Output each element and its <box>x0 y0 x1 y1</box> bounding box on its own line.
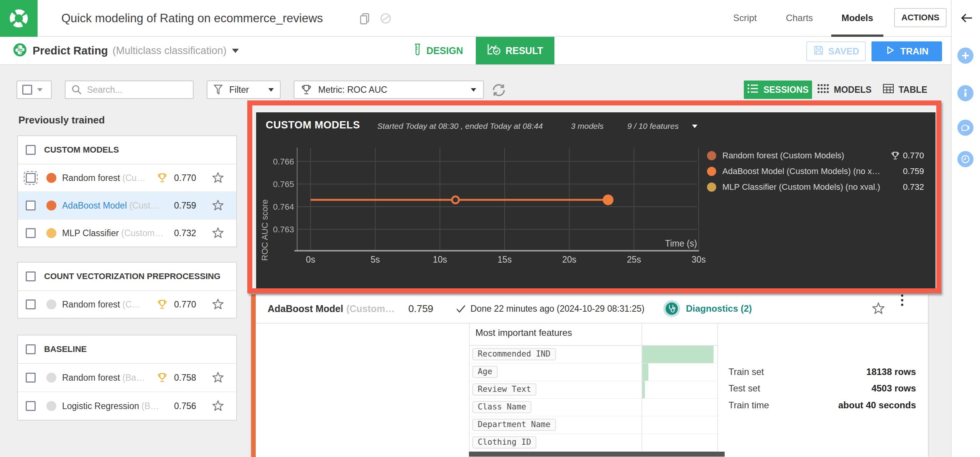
info-button[interactable] <box>957 85 973 101</box>
feature-row[interactable]: Class Name <box>469 399 717 416</box>
group-checkbox[interactable] <box>26 344 36 354</box>
view-sessions-button[interactable]: SESSIONS <box>744 81 812 99</box>
collapse-arrow-icon[interactable] <box>960 11 974 27</box>
stethoscope-icon[interactable] <box>663 294 681 323</box>
history-button[interactable] <box>957 151 973 167</box>
status-dot <box>46 401 56 411</box>
model-score: 0.758 <box>174 373 196 383</box>
star-icon[interactable] <box>212 227 224 239</box>
view-table-button[interactable]: TABLE <box>882 81 928 99</box>
model-row-random-forest-baseline[interactable]: Random forest (Ba… 0.758 <box>18 364 236 392</box>
column-divider <box>717 324 718 457</box>
metric-dropdown[interactable]: Metric: ROC AUC <box>294 81 484 99</box>
filter-label: Filter <box>229 85 249 95</box>
model-row-random-forest-countvec[interactable]: Random forest (C… 0.770 <box>18 291 236 318</box>
model-row-logistic-regression[interactable]: Logistic Regression (B… 0.756 <box>18 392 236 420</box>
legend-row-mlp[interactable]: MLP Classifier (Custom Models) (no xval.… <box>707 179 924 195</box>
group-checkbox[interactable] <box>26 145 36 155</box>
model-name: Logistic Regression <box>62 401 139 411</box>
row-checkbox[interactable] <box>26 373 36 383</box>
stat-train-set: Train set 18138 rows <box>728 365 916 378</box>
refresh-button[interactable] <box>491 82 507 100</box>
model-name: MLP Classifier <box>62 228 119 238</box>
row-checkbox[interactable] <box>26 299 36 309</box>
x-axis-label: Time (s) <box>665 238 697 248</box>
nav-tab-script[interactable]: Script <box>727 0 763 36</box>
trophy-icon <box>157 173 168 183</box>
feature-row[interactable]: Review Text <box>469 381 717 399</box>
select-all-checkbox[interactable] <box>22 85 32 95</box>
group-header: CUSTOM MODELS <box>18 136 236 164</box>
svg-text:0.765: 0.765 <box>273 179 294 189</box>
search-input[interactable]: Search... <box>65 81 194 99</box>
model-suffix: (Cu… <box>122 173 145 183</box>
model-name: Random forest <box>62 173 120 183</box>
model-score: 0.732 <box>174 228 196 238</box>
sessions-label: SESSIONS <box>763 85 809 95</box>
funnel-icon <box>213 84 223 95</box>
model-group-custom-models: CUSTOM MODELS Random forest (Cu… 0.770 A… <box>17 135 237 247</box>
star-icon[interactable] <box>872 294 885 323</box>
saved-button[interactable]: SAVED <box>806 41 866 61</box>
view-models-button[interactable]: MODELS <box>816 81 873 99</box>
kebab-menu-icon[interactable] <box>901 294 903 323</box>
star-icon[interactable] <box>212 400 224 412</box>
model-selector[interactable]: Predict Rating (Multiclass classificatio… <box>13 37 239 64</box>
star-icon[interactable] <box>212 299 224 311</box>
star-icon[interactable] <box>212 172 224 184</box>
chat-button[interactable] <box>957 120 973 136</box>
model-suffix: (Cust… <box>129 201 159 210</box>
table-icon <box>883 84 894 96</box>
legend-row-adaboost[interactable]: AdaBoost Model (Custom Models) (no x… 0.… <box>707 163 924 179</box>
legend-dot <box>707 182 716 192</box>
model-suffix: (C… <box>122 299 140 309</box>
diagnostics-link[interactable]: Diagnostics (2) <box>686 294 752 323</box>
star-icon[interactable] <box>212 372 224 384</box>
row-checkbox[interactable] <box>26 228 36 238</box>
dataiku-logo-icon[interactable] <box>0 0 38 37</box>
tab-design[interactable]: DESIGN <box>413 37 463 64</box>
model-row-random-forest-custom[interactable]: Random forest (Cu… 0.770 <box>18 164 236 192</box>
nav-tab-models[interactable]: Models <box>838 0 876 36</box>
star-icon[interactable] <box>212 200 224 212</box>
train-button[interactable]: TRAIN <box>871 41 942 61</box>
feature-pill: Age <box>472 366 498 378</box>
model-score: 0.770 <box>174 173 196 183</box>
detail-panel: AdaBoost Model (Custom… 0.759 Done 22 mi… <box>251 294 928 457</box>
feature-row[interactable]: Recommended IND <box>469 346 717 363</box>
feature-row[interactable]: Age <box>469 363 717 381</box>
session-panel: CUSTOM MODELS Started Today at 08:30 , e… <box>256 112 936 289</box>
features-table: Recommended IND Age Review Text Class Na… <box>469 346 717 452</box>
disabled-circle-icon <box>380 12 392 26</box>
trophy-icon <box>157 299 168 310</box>
feature-row[interactable]: Department Name <box>469 416 717 434</box>
svg-text:0.764: 0.764 <box>273 202 294 212</box>
model-row-adaboost-selected[interactable]: AdaBoost Model (Cust… 0.759 <box>18 192 236 220</box>
select-all-combo[interactable] <box>16 81 52 99</box>
row-checkbox[interactable] <box>26 173 36 183</box>
saved-label: SAVED <box>828 46 859 57</box>
design-label: DESIGN <box>426 45 463 56</box>
result-chart-check-icon <box>487 43 501 58</box>
group-header: BASELINE <box>18 335 236 364</box>
stat-value: 4503 rows <box>871 383 916 394</box>
tab-result[interactable]: RESULT <box>476 37 554 64</box>
filter-dropdown[interactable]: Filter <box>207 81 281 99</box>
legend-row-random-forest[interactable]: Random forest (Custom Models) 0.770 <box>707 148 924 163</box>
model-suffix: (B… <box>141 401 159 411</box>
nav-tab-charts[interactable]: Charts <box>781 0 818 36</box>
horizontal-scrollbar[interactable] <box>469 452 725 457</box>
svg-text:15s: 15s <box>498 255 512 265</box>
row-checkbox[interactable] <box>26 401 36 411</box>
feature-row[interactable]: Clothing ID <box>469 434 717 452</box>
row-checkbox[interactable] <box>26 201 36 210</box>
duplicate-icon[interactable] <box>358 12 371 27</box>
stat-label: Train set <box>728 367 764 377</box>
model-task-type: (Multiclass classification) <box>113 45 227 57</box>
group-checkbox[interactable] <box>26 271 36 281</box>
model-name: AdaBoost Model <box>62 201 127 210</box>
stat-label: Test set <box>728 383 760 394</box>
actions-button[interactable]: ACTIONS <box>894 8 947 27</box>
add-button[interactable] <box>957 48 973 64</box>
model-row-mlp-classifier[interactable]: MLP Classifier (Custom… 0.732 <box>18 220 236 247</box>
